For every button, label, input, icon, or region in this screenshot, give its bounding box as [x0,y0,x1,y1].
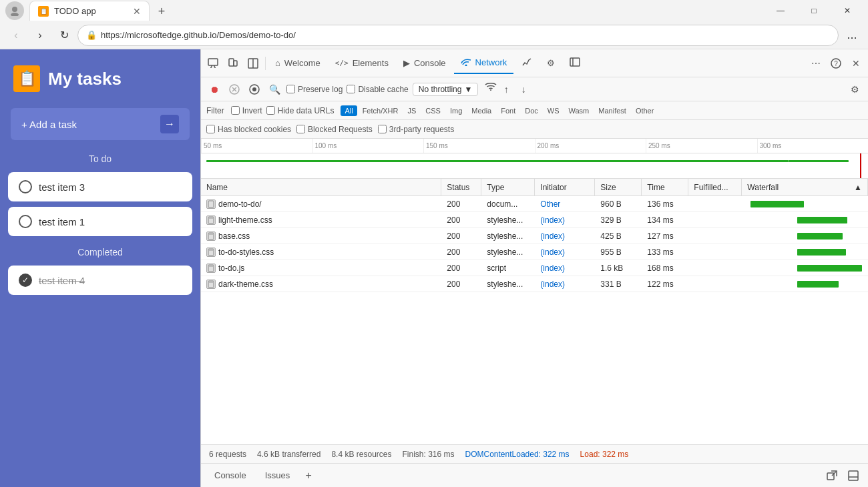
filter-label: Filter [206,106,224,115]
tick-50ms: 50 ms [201,139,312,153]
filter-css-button[interactable]: CSS [421,105,445,116]
network-settings-button[interactable]: ⚙ [847,81,863,97]
td-initiator-3[interactable]: (index) [535,228,595,244]
sort-icon: ▲ [854,183,862,192]
minimize-button[interactable]: — [765,0,796,21]
filter-ws-button[interactable]: WS [544,105,564,116]
address-bar[interactable]: 🔒 [77,25,839,46]
td-initiator-6[interactable]: (index) [535,276,595,292]
tab-title: TODO app [54,6,128,16]
filter-other-button[interactable]: Other [632,105,658,116]
device-emulation-button[interactable] [224,54,242,73]
third-party-checkbox[interactable]: 3rd-party requests [378,125,454,134]
filter-manifest-button[interactable]: Manifest [594,105,630,116]
task-item[interactable]: test item 3 [8,172,192,201]
filter-img-button[interactable]: Img [446,105,466,116]
filter-js-button[interactable]: JS [403,105,420,116]
task-checkbox-checked[interactable]: ✓ [19,274,32,287]
task-item[interactable]: test item 1 [8,207,192,236]
table-row[interactable]: base.css 200 styleshe... (index) 425 B 1… [201,228,868,244]
td-initiator-4[interactable]: (index) [535,244,595,260]
filter-all-button[interactable]: All [341,105,357,116]
filter-requests-button[interactable] [246,81,262,97]
dock-button[interactable] [844,466,863,485]
hide-data-urls-checkbox[interactable]: Hide data URLs [266,106,335,115]
invert-checkbox[interactable]: Invert [231,106,262,115]
td-waterfall-6 [742,276,868,292]
back-button[interactable]: ‹ [5,25,27,46]
devtools-panel: ⌂ Welcome </> Elements ▶ Console Network [200,49,868,487]
forward-button[interactable]: › [29,25,51,46]
th-status[interactable]: Status [441,179,481,195]
browser-more-button[interactable]: ... [841,25,863,46]
td-initiator-5[interactable]: (index) [535,260,595,276]
th-waterfall[interactable]: Waterfall ▲ [742,179,868,195]
blocked-requests-checkbox[interactable]: Blocked Requests [296,125,373,134]
throttle-select[interactable]: No throttling ▼ [413,83,479,96]
tab-sidebar[interactable] [563,53,587,74]
blocked-cookies-checkbox[interactable]: Has blocked cookies [206,125,291,134]
tab-performance[interactable] [515,53,539,74]
maximize-button[interactable]: □ [799,0,829,21]
filter-fetchxhr-button[interactable]: Fetch/XHR [359,105,403,116]
refresh-button[interactable]: ↻ [53,25,75,46]
tab-bar: 📋 TODO app ✕ + [29,1,765,21]
filter-wasm-button[interactable]: Wasm [565,105,594,116]
search-button[interactable]: 🔍 [266,81,282,97]
clear-button[interactable] [226,81,242,97]
th-name[interactable]: Name [201,179,441,195]
svg-point-1 [11,13,19,16]
inspect-element-button[interactable] [204,54,222,73]
tab-welcome[interactable]: ⌂ Welcome [268,53,327,74]
table-row[interactable]: light-theme.css 200 styleshe... (index) … [201,212,868,228]
devtools-close-button[interactable]: ✕ [847,54,865,73]
dom-content-loaded: DOMContentLoaded: 322 ms [465,450,570,459]
bottom-tab-console[interactable]: Console [206,468,254,483]
th-initiator[interactable]: Initiator [535,179,595,195]
th-size[interactable]: Size [595,179,642,195]
svg-rect-27 [208,281,214,288]
tab-elements[interactable]: </> Elements [329,53,395,74]
table-row[interactable]: to-do-styles.css 200 styleshe... (index)… [201,244,868,260]
tab-network[interactable]: Network [454,53,514,74]
td-size-4: 955 B [595,244,642,260]
preserve-log-checkbox[interactable]: Preserve log [286,85,343,94]
th-time[interactable]: Time [642,179,688,195]
bottom-icons [823,466,863,485]
th-type[interactable]: Type [481,179,535,195]
toggle-panel-button[interactable] [244,54,262,73]
td-initiator-2[interactable]: (index) [535,212,595,227]
add-task-button[interactable]: + Add a task → [11,108,190,140]
filter-doc-button[interactable]: Doc [521,105,542,116]
tab-close-button[interactable]: ✕ [133,6,141,17]
toolbar-divider [265,57,266,70]
filter-media-button[interactable]: Media [467,105,495,116]
task-item-completed[interactable]: ✓ test item 4 [8,266,192,295]
close-button[interactable]: ✕ [832,0,863,21]
record-button[interactable]: ⏺ [206,81,222,97]
url-input[interactable] [101,30,830,40]
waterfall-bar [797,217,847,223]
devtools-more-button[interactable]: ⋯ [807,54,825,73]
devtools-help-button[interactable]: ? [827,54,845,73]
new-bottom-tab-button[interactable]: + [300,468,316,484]
td-fulfilled-2 [688,212,742,227]
th-fulfilled[interactable]: Fulfilled... [688,179,742,195]
upload-button[interactable]: ↑ [498,81,514,97]
browser-tab[interactable]: 📋 TODO app ✕ [29,1,150,21]
new-tab-button[interactable]: + [152,2,171,21]
disable-cache-checkbox[interactable]: Disable cache [347,85,408,94]
download-button[interactable]: ↓ [515,81,531,97]
table-row[interactable]: demo-to-do/ 200 docum... Other 960 B 136… [201,196,868,212]
bottom-tab-issues[interactable]: Issues [257,468,298,483]
table-row[interactable]: to-do.js 200 script (index) 1.6 kB 168 m… [201,260,868,276]
table-row[interactable]: dark-theme.css 200 styleshe... (index) 3… [201,276,868,292]
filter-font-button[interactable]: Font [497,105,519,116]
td-waterfall-4 [742,244,868,260]
task-checkbox[interactable] [19,180,32,193]
network-requests-table: Name Status Type Initiator Size Time Ful… [201,179,868,444]
tab-settings[interactable]: ⚙ [540,53,562,74]
undock-button[interactable] [823,466,841,485]
task-checkbox[interactable] [19,215,32,228]
tab-console[interactable]: ▶ Console [397,53,453,74]
